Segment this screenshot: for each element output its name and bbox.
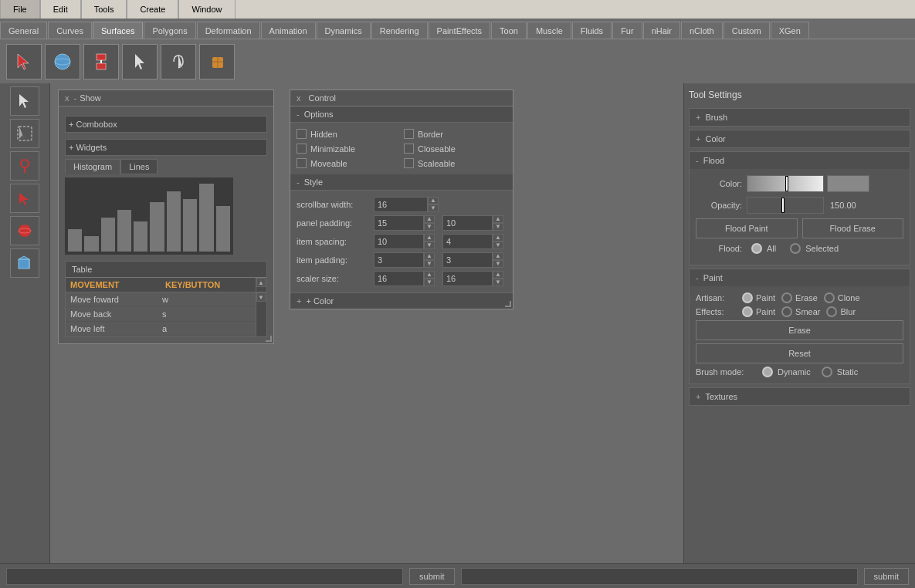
- tab-nhair[interactable]: nHair: [643, 22, 680, 39]
- toolbar-btn-arrow[interactable]: [6, 44, 42, 79]
- tab-xgen[interactable]: XGen: [771, 22, 809, 39]
- effects-blur-radio[interactable]: [826, 306, 837, 317]
- ts-paint-header[interactable]: - Paint: [690, 269, 910, 286]
- menu-file[interactable]: File: [0, 0, 40, 19]
- flood-opacity-thumb[interactable]: [781, 198, 785, 213]
- tab-toon[interactable]: Toon: [491, 22, 527, 39]
- tab-painteffects[interactable]: PaintEffects: [429, 22, 491, 39]
- tab-general[interactable]: General: [0, 22, 47, 39]
- ss-spin-up-1[interactable]: ▲: [424, 271, 435, 279]
- checkbox-closeable[interactable]: [404, 144, 414, 154]
- pp-spin-up-1[interactable]: ▲: [424, 215, 435, 223]
- effects-smear-radio[interactable]: [781, 306, 792, 317]
- ts-textures-header[interactable]: + Textures: [690, 388, 910, 405]
- flood-opacity-bar[interactable]: [747, 197, 824, 214]
- bottom-left-submit[interactable]: submit: [409, 568, 454, 585]
- ip-spin-down-1[interactable]: ▼: [424, 260, 435, 268]
- panel-padding-spin-2[interactable]: ▲ ▼: [493, 215, 503, 231]
- menu-create[interactable]: Create: [127, 0, 178, 19]
- paint-erase-btn[interactable]: Erase: [696, 320, 903, 340]
- widgets-field[interactable]: + Widgets: [65, 139, 267, 156]
- item-spacing-spin-1[interactable]: ▲ ▼: [424, 234, 435, 249]
- table-scroll-up[interactable]: ▲: [256, 278, 266, 287]
- is-spin-down-1[interactable]: ▼: [424, 242, 435, 249]
- item-padding-input-1[interactable]: [374, 252, 424, 268]
- sidebar-btn-cube[interactable]: [10, 248, 39, 278]
- panel-padding-spin-1[interactable]: ▲ ▼: [424, 215, 435, 231]
- show-panel-resize[interactable]: [266, 336, 272, 342]
- flood-radio-all[interactable]: [751, 243, 762, 254]
- tab-polygons[interactable]: Polygons: [144, 22, 195, 39]
- ip-spin-up-2[interactable]: ▲: [493, 252, 503, 260]
- flood-erase-btn[interactable]: Flood Erase: [802, 218, 904, 238]
- toolbar-btn-sphere[interactable]: [45, 44, 80, 79]
- table-scroll-down[interactable]: ▼: [256, 292, 266, 302]
- pp-spin-down-2[interactable]: ▼: [493, 223, 503, 231]
- menu-window[interactable]: Window: [178, 0, 235, 19]
- menu-tools[interactable]: Tools: [81, 0, 127, 19]
- item-padding-spin-2[interactable]: ▲ ▼: [493, 252, 503, 268]
- show-panel-close[interactable]: x: [65, 93, 69, 103]
- ss-spin-up-2[interactable]: ▲: [493, 271, 503, 279]
- toolbar-btn-lasso[interactable]: [161, 44, 196, 79]
- menu-edit[interactable]: Edit: [40, 0, 81, 19]
- sidebar-btn-brush[interactable]: [10, 151, 39, 181]
- is-spin-down-2[interactable]: ▼: [493, 242, 503, 249]
- table-scrollbar[interactable]: ▼: [256, 292, 266, 336]
- flood-color-swatch[interactable]: [827, 175, 869, 192]
- scaler-size-spin-2[interactable]: ▲ ▼: [493, 271, 503, 286]
- artisan-erase-radio[interactable]: [781, 292, 792, 303]
- panel-padding-input-1[interactable]: [374, 215, 424, 231]
- tab-rendering[interactable]: Rendering: [371, 22, 428, 39]
- scrollbar-spin-up[interactable]: ▲: [428, 197, 439, 204]
- checkbox-moveable[interactable]: [297, 158, 307, 168]
- ts-brush-header[interactable]: + Brush: [690, 109, 910, 126]
- checkbox-hidden[interactable]: [297, 129, 307, 139]
- tab-ncloth[interactable]: nCloth: [681, 22, 723, 39]
- tab-muscle[interactable]: Muscle: [527, 22, 571, 39]
- sidebar-btn-arrow-down[interactable]: [10, 184, 39, 213]
- control-panel-resize[interactable]: [505, 301, 511, 307]
- flood-color-bar[interactable]: [747, 175, 824, 192]
- ss-spin-down-2[interactable]: ▼: [493, 279, 503, 286]
- sidebar-btn-paint-ball[interactable]: [10, 216, 39, 245]
- artisan-paint-radio[interactable]: [742, 292, 753, 303]
- pp-spin-up-2[interactable]: ▲: [493, 215, 503, 223]
- sidebar-btn-lasso[interactable]: [10, 119, 39, 148]
- effects-paint-radio[interactable]: [742, 306, 753, 317]
- bottom-right-input[interactable]: [461, 568, 858, 585]
- item-spacing-input-1[interactable]: [374, 234, 424, 249]
- item-padding-spin-1[interactable]: ▲ ▼: [424, 252, 435, 268]
- scrollbar-width-input[interactable]: [374, 197, 428, 212]
- tab-custom[interactable]: Custom: [724, 22, 770, 39]
- is-spin-up-2[interactable]: ▲: [493, 234, 503, 242]
- inner-tab-histogram[interactable]: Histogram: [65, 159, 120, 174]
- item-padding-input-2[interactable]: [442, 252, 493, 268]
- pp-spin-down-1[interactable]: ▼: [424, 223, 435, 231]
- toolbar-btn-select[interactable]: [122, 44, 158, 79]
- bottom-right-submit[interactable]: submit: [864, 568, 909, 585]
- tab-fluids[interactable]: Fluids: [572, 22, 612, 39]
- panel-padding-input-2[interactable]: [442, 215, 493, 231]
- flood-radio-selected[interactable]: [790, 243, 801, 254]
- tab-dynamics[interactable]: Dynamics: [317, 22, 371, 39]
- brush-mode-static-radio[interactable]: [822, 367, 832, 377]
- checkbox-border[interactable]: [404, 129, 414, 139]
- flood-color-thumb[interactable]: [785, 176, 788, 191]
- tab-surfaces[interactable]: Surfaces: [93, 22, 143, 39]
- tab-animation[interactable]: Animation: [261, 22, 316, 39]
- tab-deformation[interactable]: Deformation: [197, 22, 260, 39]
- ss-spin-down-1[interactable]: ▼: [424, 279, 435, 286]
- scaler-size-spin-1[interactable]: ▲ ▼: [424, 271, 435, 286]
- checkbox-minimizable[interactable]: [297, 144, 307, 154]
- sidebar-btn-select[interactable]: [10, 86, 39, 116]
- tab-fur[interactable]: Fur: [612, 22, 642, 39]
- checkbox-scaleable[interactable]: [404, 158, 414, 168]
- ip-spin-down-2[interactable]: ▼: [493, 260, 503, 268]
- artisan-clone-radio[interactable]: [824, 292, 835, 303]
- item-spacing-input-2[interactable]: [442, 234, 493, 249]
- scaler-size-input-1[interactable]: [374, 271, 424, 286]
- paint-reset-btn[interactable]: Reset: [696, 343, 903, 363]
- ip-spin-up-1[interactable]: ▲: [424, 252, 435, 260]
- toolbar-btn-rig[interactable]: [83, 44, 119, 79]
